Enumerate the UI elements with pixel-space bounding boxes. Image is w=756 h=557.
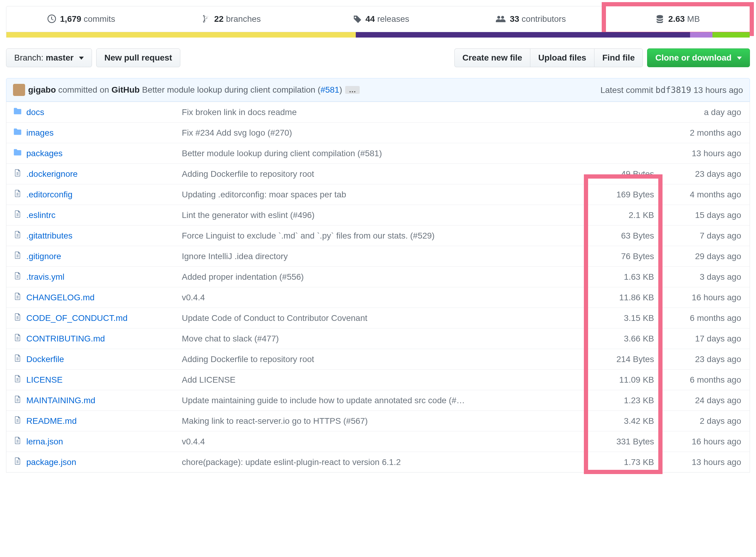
file-icon [13, 189, 22, 200]
language-segment[interactable] [713, 32, 750, 37]
file-name-link[interactable]: LICENSE [26, 375, 178, 385]
file-commit-message[interactable]: Update maintaining guide to include how … [182, 395, 589, 405]
file-commit-message[interactable]: Add LICENSE [182, 375, 589, 385]
commit-source: GitHub [111, 85, 139, 94]
file-commit-message[interactable]: Update Code of Conduct to Contributor Co… [182, 313, 589, 323]
stat-branches[interactable]: 22 branches [156, 6, 306, 32]
file-commit-message[interactable]: v0.4.4 [182, 293, 589, 302]
file-name-link[interactable]: images [26, 128, 178, 138]
file-age: 23 days ago [658, 354, 743, 364]
stat-releases[interactable]: 44 releases [306, 6, 456, 32]
file-name-link[interactable]: CODE_OF_CONDUCT.md [26, 313, 178, 323]
file-icon [13, 416, 22, 426]
file-size: 11.09 KB [594, 375, 654, 385]
file-row: imagesFix #234 Add svg logo (#270)2 mont… [6, 122, 750, 143]
file-commit-message[interactable]: Adding Dockerfile to repository root [182, 169, 589, 179]
stat-commits[interactable]: 1,679 commits [6, 6, 156, 32]
file-icon [13, 354, 22, 364]
file-age: 2 months ago [658, 128, 743, 138]
size-value: 2.63 [668, 14, 685, 24]
file-name-link[interactable]: MAINTAINING.md [26, 395, 178, 405]
branch-select-button[interactable]: Branch: master [6, 49, 92, 67]
file-icon [13, 395, 22, 406]
commit-pr-link[interactable]: #581 [320, 85, 339, 94]
file-icon [13, 333, 22, 344]
annotation-highlight-size: 2.63 MB [602, 2, 754, 36]
file-commit-message[interactable]: Lint the generator with eslint (#496) [182, 210, 589, 220]
file-commit-message[interactable]: Added proper indentation (#556) [182, 272, 589, 282]
file-size: 3.42 KB [594, 416, 654, 426]
file-name-link[interactable]: .gitattributes [26, 231, 178, 241]
commit-message[interactable]: Better module lookup during client compi… [142, 85, 321, 94]
file-age: a day ago [658, 108, 743, 117]
file-size: 3.66 KB [594, 334, 654, 344]
stat-size[interactable]: 2.63 MB [606, 6, 750, 32]
folder-icon [13, 107, 22, 117]
file-icon [13, 169, 22, 179]
file-actions-group: Create new file Upload files Find file [454, 49, 643, 67]
file-commit-message[interactable]: chore(package): update eslint-plugin-rea… [182, 458, 589, 467]
file-commit-message[interactable]: Move chat to slack (#477) [182, 334, 589, 344]
file-name-link[interactable]: .editorconfig [26, 190, 178, 200]
create-new-file-button[interactable]: Create new file [454, 49, 530, 67]
file-name-link[interactable]: package.json [26, 458, 178, 467]
latest-commit-label: Latest commit [600, 85, 653, 95]
file-commit-message[interactable]: v0.4.4 [182, 437, 589, 446]
file-name-link[interactable]: .travis.yml [26, 272, 178, 282]
file-name-link[interactable]: packages [26, 149, 178, 158]
file-size: 331 Bytes [594, 437, 654, 446]
language-segment[interactable] [6, 32, 356, 37]
upload-files-button[interactable]: Upload files [530, 49, 594, 67]
file-commit-message[interactable]: Fix #234 Add svg logo (#270) [182, 128, 589, 138]
file-size: 2.1 KB [594, 210, 654, 220]
find-file-button[interactable]: Find file [594, 49, 643, 67]
stat-contributors[interactable]: 33 contributors [456, 6, 606, 32]
file-commit-message[interactable]: Better module lookup during client compi… [182, 149, 589, 158]
releases-label: releases [377, 14, 409, 24]
file-name-link[interactable]: CONTRIBUTING.md [26, 334, 178, 344]
file-name-link[interactable]: docs [26, 108, 178, 117]
file-commit-message[interactable]: Making link to react-server.io go to HTT… [182, 416, 589, 426]
file-row: README.mdMaking link to react-server.io … [6, 410, 750, 431]
commit-age: 13 hours ago [694, 85, 743, 95]
file-row: .eslintrcLint the generator with eslint … [6, 205, 750, 225]
ellipsis-button[interactable]: … [345, 86, 360, 94]
file-name-link[interactable]: Dockerfile [26, 354, 178, 364]
file-name-link[interactable]: CHANGELOG.md [26, 293, 178, 302]
branch-label: Branch: [14, 53, 43, 62]
file-commit-message[interactable]: Fix broken link in docs readme [182, 108, 589, 117]
file-icon [13, 251, 22, 262]
language-segment[interactable] [356, 32, 690, 37]
file-row: .gitignoreIgnore IntelliJ .idea director… [6, 246, 750, 266]
file-row: CHANGELOG.mdv0.4.411.86 KB16 hours ago [6, 287, 750, 307]
commit-author[interactable]: gigabo [28, 85, 56, 94]
clone-download-button[interactable]: Clone or download [647, 49, 750, 67]
file-age: 6 months ago [658, 375, 743, 385]
file-name-link[interactable]: .eslintrc [26, 210, 178, 220]
file-name-link[interactable]: lerna.json [26, 437, 178, 446]
file-name-link[interactable]: .dockerignore [26, 169, 178, 179]
new-pull-request-button[interactable]: New pull request [96, 49, 180, 67]
file-commit-message[interactable]: Ignore IntelliJ .idea directory [182, 252, 589, 261]
history-icon [48, 14, 56, 23]
file-row: CODE_OF_CONDUCT.mdUpdate Code of Conduct… [6, 307, 750, 328]
file-commit-message[interactable]: Updating .editorconfig: moar spaces per … [182, 190, 589, 200]
file-row: .gitattributesForce Linguist to exclude … [6, 225, 750, 246]
file-commit-message[interactable]: Adding Dockerfile to repository root [182, 354, 589, 364]
file-age: 16 hours ago [658, 293, 743, 302]
file-row: .dockerignoreAdding Dockerfile to reposi… [6, 164, 750, 184]
file-name-link[interactable]: .gitignore [26, 252, 178, 261]
language-bar[interactable] [6, 32, 750, 37]
language-segment[interactable] [690, 32, 713, 37]
file-commit-message[interactable]: Force Linguist to exclude `.md` and `.py… [182, 231, 589, 241]
file-size: 1.73 KB [594, 458, 654, 467]
file-row: .editorconfigUpdating .editorconfig: moa… [6, 184, 750, 205]
contributors-label: contributors [522, 14, 566, 24]
file-age: 24 days ago [658, 395, 743, 405]
commit-sha[interactable]: bdf3819 [656, 85, 691, 95]
file-size: 169 Bytes [594, 190, 654, 200]
file-age: 13 hours ago [658, 149, 743, 158]
file-name-link[interactable]: README.md [26, 416, 178, 426]
file-size: 63 Bytes [594, 231, 654, 241]
avatar[interactable] [13, 84, 25, 96]
